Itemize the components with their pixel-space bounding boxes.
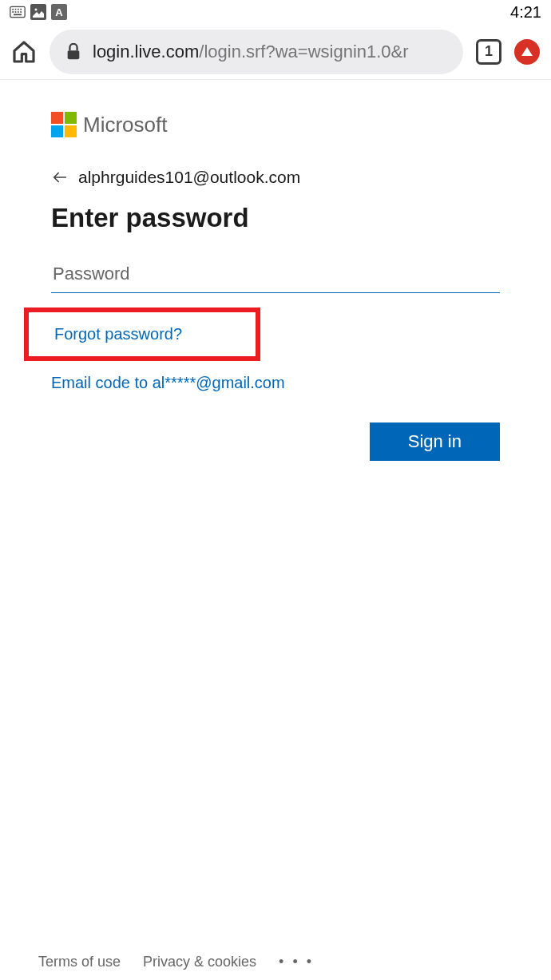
svg-rect-9 [14,14,22,16]
page-title: Enter password [51,203,500,233]
back-arrow-icon[interactable] [51,169,69,186]
privacy-link[interactable]: Privacy & cookies [143,954,256,970]
svg-rect-1 [12,9,14,10]
more-dots-icon[interactable]: • • • [279,954,314,970]
forgot-password-link[interactable]: Forgot password? [30,325,182,343]
password-input[interactable] [51,256,500,293]
microsoft-logo: Microsoft [51,112,500,137]
svg-point-10 [35,9,38,11]
microsoft-brand-text: Microsoft [83,113,167,137]
lock-icon [65,43,81,61]
status-left-icons: A [10,4,67,20]
browser-bar: login.live.com/login.srf?wa=wsignin1.0&r… [0,24,551,80]
url-bar[interactable]: login.live.com/login.srf?wa=wsignin1.0&r [50,30,463,74]
svg-rect-4 [20,9,22,10]
svg-rect-2 [15,9,17,10]
home-icon[interactable] [11,39,37,65]
url-host: login.live.com [93,42,199,61]
svg-rect-8 [20,11,22,13]
svg-rect-3 [18,9,19,10]
update-icon[interactable] [514,39,540,65]
signin-row: Sign in [51,423,500,461]
svg-rect-5 [12,11,14,13]
status-time: 4:21 [510,3,541,22]
highlight-annotation: Forgot password? [24,307,260,361]
keyboard-icon [10,4,26,20]
footer: Terms of use Privacy & cookies • • • [0,954,551,970]
svg-rect-7 [18,11,19,13]
url-path: /login.srf?wa=wsignin1.0&r [199,42,408,61]
signin-button[interactable]: Sign in [370,423,500,461]
microsoft-tiles-icon [51,112,77,137]
font-icon: A [51,4,67,20]
account-email: alphrguides101@outlook.com [78,168,300,187]
url-text: login.live.com/login.srf?wa=wsignin1.0&r [93,42,409,62]
svg-rect-11 [68,50,80,59]
account-row: alphrguides101@outlook.com [51,168,500,187]
svg-rect-6 [15,11,17,13]
tab-count-button[interactable]: 1 [476,39,501,65]
status-bar: A 4:21 [0,0,551,24]
content-area: Microsoft alphrguides101@outlook.com Ent… [0,80,551,461]
image-icon [30,4,46,20]
email-code-link[interactable]: Email code to al*****@gmail.com [51,374,500,392]
terms-link[interactable]: Terms of use [38,954,121,970]
